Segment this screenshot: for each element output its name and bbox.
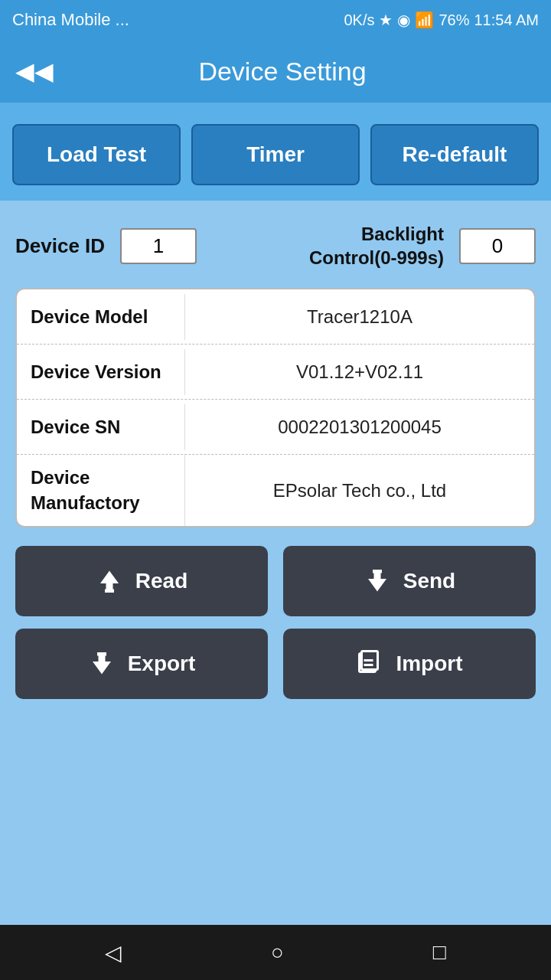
data-icon: 📶: [415, 11, 434, 29]
carrier-text: China Mobile ...: [12, 10, 129, 30]
read-button[interactable]: Read: [15, 546, 268, 616]
read-label: Read: [135, 569, 187, 593]
re-default-button[interactable]: Re-default: [370, 124, 539, 185]
table-row: Device SN 0002201301200045: [17, 400, 534, 455]
nav-recent-button[interactable]: □: [433, 940, 446, 965]
import-icon: [356, 650, 383, 678]
load-test-button[interactable]: Load Test: [12, 124, 181, 185]
nav-bar: ◁ ○ □: [0, 925, 551, 980]
upload-icon: [96, 567, 123, 595]
device-manufactory-label: Device Manufactory: [17, 455, 185, 526]
svg-rect-1: [105, 590, 114, 593]
main-content: Device ID BacklightControl(0-999s) Devic…: [0, 201, 551, 925]
status-right: 0K/s ★ ◉ 📶 76% 11:54 AM: [344, 11, 539, 29]
nav-home-button[interactable]: ○: [271, 940, 284, 965]
bluetooth-icon: ★: [379, 11, 393, 29]
wifi-icon: ◉: [397, 11, 410, 29]
device-model-value: Tracer1210A: [185, 296, 534, 338]
battery-text: 76%: [439, 11, 469, 29]
device-id-input[interactable]: [120, 228, 197, 264]
import-button[interactable]: Import: [283, 629, 536, 699]
device-sn-value: 0002201301200045: [185, 406, 534, 449]
bottom-buttons: Read Send Export: [15, 546, 536, 707]
import-label: Import: [396, 652, 462, 676]
export-button[interactable]: Export: [15, 629, 268, 699]
svg-marker-0: [100, 571, 119, 592]
device-version-label: Device Version: [17, 349, 185, 395]
send-button[interactable]: Send: [283, 546, 536, 616]
svg-rect-9: [364, 664, 373, 666]
svg-marker-4: [93, 654, 111, 675]
svg-rect-5: [97, 652, 106, 656]
info-table: Device Model Tracer1210A Device Version …: [15, 288, 536, 528]
table-row: Device Model Tracer1210A: [17, 289, 534, 345]
backlight-input[interactable]: [459, 228, 536, 264]
table-row: Device Version V01.12+V02.11: [17, 345, 534, 400]
action-buttons-row: Load Test Timer Re-default: [0, 109, 551, 201]
export-icon: [88, 650, 116, 678]
svg-rect-8: [364, 659, 373, 662]
backlight-label: BacklightControl(0-999s): [212, 222, 444, 270]
back-button[interactable]: ◀◀: [15, 57, 54, 86]
table-row: Device Manufactory EPsolar Tech co., Ltd: [17, 455, 534, 526]
btn-row-2: Export Import: [15, 629, 536, 699]
device-id-label: Device ID: [15, 234, 105, 258]
device-version-value: V01.12+V02.11: [185, 351, 534, 394]
svg-rect-3: [373, 570, 382, 573]
nav-back-button[interactable]: ◁: [105, 940, 122, 965]
page-title: Device Setting: [69, 57, 496, 87]
device-manufactory-value: EPsolar Tech co., Ltd: [185, 469, 534, 512]
device-model-label: Device Model: [17, 294, 185, 340]
app-bar: ◀◀ Device Setting: [0, 40, 551, 103]
download-icon: [364, 567, 391, 595]
device-sn-label: Device SN: [17, 404, 185, 450]
time-text: 11:54 AM: [474, 11, 539, 29]
svg-marker-2: [368, 571, 386, 592]
bar-separator: [0, 103, 551, 109]
device-id-row: Device ID BacklightControl(0-999s): [15, 222, 536, 270]
btn-row-1: Read Send: [15, 546, 536, 616]
speed-text: 0K/s: [344, 11, 374, 29]
status-bar: China Mobile ... 0K/s ★ ◉ 📶 76% 11:54 AM: [0, 0, 551, 40]
send-label: Send: [403, 569, 455, 593]
export-label: Export: [128, 652, 196, 676]
timer-button[interactable]: Timer: [191, 124, 360, 185]
